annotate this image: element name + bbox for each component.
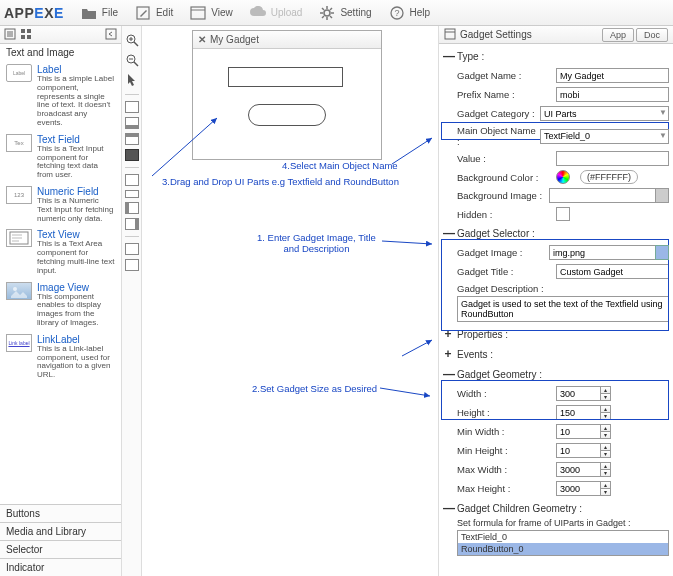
accordion-buttons[interactable]: Buttons <box>0 504 121 522</box>
edit-icon <box>134 4 152 22</box>
section-events[interactable]: +Events : <box>443 344 669 364</box>
gadget-image-browse-button[interactable] <box>655 245 669 260</box>
shape-1-button[interactable] <box>125 174 139 186</box>
color-picker-button[interactable] <box>556 170 570 184</box>
menu-setting[interactable]: Setting <box>312 2 377 24</box>
section-geometry[interactable]: —Gadget Geometry : <box>443 364 669 384</box>
bgimage-label: Background Image : <box>457 190 545 201</box>
shape-4-button[interactable] <box>125 218 139 230</box>
palette-item-numericfield[interactable]: 123Numeric FieldThis is a Numeric Text I… <box>0 183 121 226</box>
spinner-down-button[interactable]: ▾ <box>601 450 611 458</box>
gadget-body[interactable] <box>193 49 381 159</box>
align-1-button[interactable] <box>125 243 139 255</box>
child-item-roundbutton[interactable]: RoundButton_0 <box>458 543 668 555</box>
cloud-upload-icon <box>249 4 267 22</box>
palette-item-imageview[interactable]: Image ViewThis component enables to disp… <box>0 279 121 331</box>
bgimage-input[interactable] <box>549 188 669 203</box>
close-icon[interactable]: ✕ <box>198 34 206 45</box>
collapse-icon[interactable] <box>105 28 117 42</box>
prefix-name-label: Prefix Name : <box>457 89 552 100</box>
tab-doc[interactable]: Doc <box>636 28 668 42</box>
menu-view[interactable]: View <box>183 2 239 24</box>
settings-body[interactable]: —Type : Gadget Name : Prefix Name : Gadg… <box>439 44 673 576</box>
gadget-image-input[interactable] <box>549 245 669 260</box>
accordion-indicator[interactable]: Indicator <box>0 558 121 576</box>
gear-icon <box>318 4 336 22</box>
hidden-checkbox[interactable] <box>556 207 570 221</box>
svg-line-11 <box>330 8 332 10</box>
section-properties[interactable]: +Properties : <box>443 324 669 344</box>
menu-edit[interactable]: Edit <box>128 2 179 24</box>
width-label: Width : <box>457 388 552 399</box>
pointer-button[interactable] <box>124 72 140 88</box>
spinner-down-button[interactable]: ▾ <box>601 393 611 401</box>
roundbutton-shape[interactable] <box>248 104 326 126</box>
svg-rect-1 <box>191 7 205 19</box>
spinner-up-button[interactable]: ▴ <box>601 462 611 469</box>
grid-icon[interactable] <box>20 28 32 42</box>
menubar: APPEXE File Edit View Upload Setting ? H… <box>0 0 673 26</box>
spinner-up-button[interactable]: ▴ <box>601 481 611 488</box>
spinner-up-button[interactable]: ▴ <box>601 424 611 431</box>
textfield-thumb-icon: Tex <box>6 134 32 152</box>
spinner-down-button[interactable]: ▾ <box>601 431 611 439</box>
palette-item-linklabel[interactable]: Link labelLinkLabelThis is a Link-label … <box>0 331 121 383</box>
design-canvas[interactable]: ✕ My Gadget 4.Select Main Object Name 3.… <box>142 26 438 576</box>
gadget-window[interactable]: ✕ My Gadget <box>192 30 382 160</box>
spinner-down-button[interactable]: ▾ <box>601 412 611 420</box>
width-input[interactable] <box>556 386 601 401</box>
tab-app[interactable]: App <box>602 28 634 42</box>
palette-item-textfield[interactable]: TexText FieldThis is a Text Input compon… <box>0 131 121 183</box>
spinner-up-button[interactable]: ▴ <box>601 405 611 412</box>
maxheight-input[interactable] <box>556 481 601 496</box>
textfield-shape[interactable] <box>228 67 343 87</box>
minwidth-input[interactable] <box>556 424 601 439</box>
zoom-in-button[interactable] <box>124 32 140 48</box>
gadget-category-select[interactable] <box>540 106 669 121</box>
accordion-media[interactable]: Media and Library <box>0 522 121 540</box>
svg-rect-20 <box>21 35 25 39</box>
spinner-down-button[interactable]: ▾ <box>601 469 611 477</box>
children-list[interactable]: TextField_0 RoundButton_0 <box>457 530 669 556</box>
mainobj-select[interactable] <box>540 129 669 144</box>
layout-1-button[interactable] <box>125 101 139 113</box>
value-input[interactable] <box>556 151 669 166</box>
layout-2-button[interactable] <box>125 117 139 129</box>
gadget-desc-textarea[interactable] <box>457 296 669 322</box>
layout-4-button[interactable] <box>125 149 139 161</box>
layout-3-button[interactable] <box>125 133 139 145</box>
spinner-up-button[interactable]: ▴ <box>601 386 611 393</box>
spinner-up-button[interactable]: ▴ <box>601 443 611 450</box>
svg-rect-22 <box>106 29 116 39</box>
menu-help[interactable]: ? Help <box>382 2 437 24</box>
svg-line-10 <box>322 16 324 18</box>
list-icon[interactable] <box>4 28 16 42</box>
accordion-selector[interactable]: Selector <box>0 540 121 558</box>
child-item-textfield[interactable]: TextField_0 <box>458 531 668 543</box>
gadget-name-input[interactable] <box>556 68 669 83</box>
bgcolor-label: Background Color : <box>457 172 552 183</box>
prefix-name-input[interactable] <box>556 87 669 102</box>
menu-upload[interactable]: Upload <box>243 2 309 24</box>
svg-line-33 <box>134 62 138 66</box>
section-children[interactable]: —Gadget Children Geometry : <box>443 498 669 518</box>
minheight-input[interactable] <box>556 443 601 458</box>
shape-2-button[interactable] <box>125 190 139 198</box>
shape-3-button[interactable] <box>125 202 139 214</box>
section-selector[interactable]: —Gadget Selector : <box>443 223 669 243</box>
section-type[interactable]: —Type : <box>443 46 669 66</box>
palette-item-label[interactable]: LabelLabelThis is a simple Label compone… <box>0 61 121 131</box>
maxwidth-input[interactable] <box>556 462 601 477</box>
bgimage-browse-button[interactable] <box>655 188 669 203</box>
align-2-button[interactable] <box>125 259 139 271</box>
zoom-out-button[interactable] <box>124 52 140 68</box>
gadget-name-label: Gadget Name : <box>457 70 552 81</box>
height-input[interactable] <box>556 405 601 420</box>
spinner-down-button[interactable]: ▾ <box>601 488 611 496</box>
gadget-title-label: Gadget Title : <box>457 266 552 277</box>
gadget-title-input[interactable] <box>556 264 669 279</box>
menu-file[interactable]: File <box>74 2 124 24</box>
palette-item-textview[interactable]: Text ViewThis is a Text Area component f… <box>0 226 121 278</box>
svg-line-39 <box>402 340 432 356</box>
numeric-thumb-icon: 123 <box>6 186 32 204</box>
